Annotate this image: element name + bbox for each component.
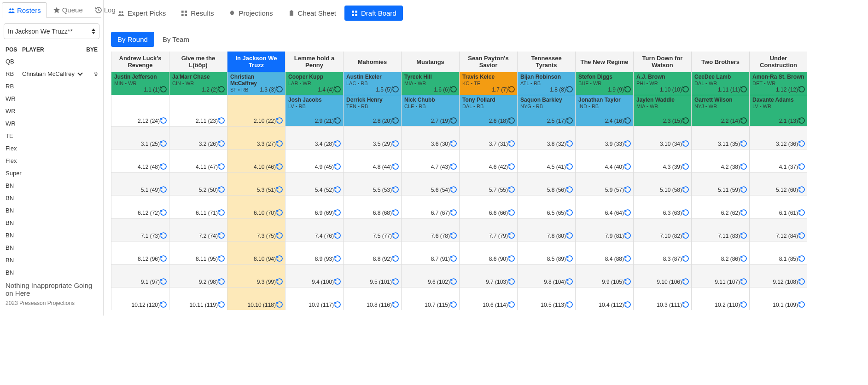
undo-icon[interactable] <box>740 186 747 193</box>
draft-cell[interactable]: 7.1 (73) <box>111 218 169 241</box>
team-header[interactable]: The New Regime <box>575 52 633 72</box>
undo-icon[interactable] <box>508 301 515 308</box>
draft-cell[interactable]: 6.11 (71) <box>169 195 227 218</box>
draft-cell[interactable]: 9.12 (108) <box>749 264 807 287</box>
draft-cell[interactable]: 2.12 (24) <box>111 95 169 126</box>
undo-icon[interactable] <box>798 301 805 308</box>
draft-cell[interactable]: 6.2 (62) <box>691 195 749 218</box>
undo-icon[interactable] <box>218 301 225 308</box>
undo-icon[interactable] <box>624 117 631 124</box>
undo-icon[interactable] <box>798 232 805 239</box>
draft-cell[interactable]: 10.9 (117) <box>285 287 343 310</box>
undo-icon[interactable] <box>624 140 631 147</box>
draft-cell[interactable]: 6.12 (72) <box>111 195 169 218</box>
nav-expert-picks[interactable]: Expert Picks <box>111 6 172 21</box>
undo-icon[interactable] <box>276 232 283 239</box>
draft-cell[interactable]: 3.7 (31) <box>459 126 517 149</box>
undo-icon[interactable] <box>682 86 689 93</box>
draft-cell[interactable]: 3.3 (27) <box>227 126 285 149</box>
team-header[interactable]: In Jackson We Truzz <box>227 52 285 72</box>
draft-cell[interactable]: 3.4 (28) <box>285 126 343 149</box>
undo-icon[interactable] <box>624 232 631 239</box>
undo-icon[interactable] <box>392 232 399 239</box>
undo-icon[interactable] <box>392 301 399 308</box>
draft-cell[interactable]: 4.2 (38) <box>691 149 749 172</box>
toggle-by-round[interactable]: By Round <box>111 32 154 47</box>
undo-icon[interactable] <box>566 232 573 239</box>
undo-icon[interactable] <box>508 163 515 170</box>
undo-icon[interactable] <box>566 278 573 285</box>
draft-cell[interactable]: 5.3 (51) <box>227 172 285 195</box>
draft-cell[interactable]: 3.5 (29) <box>343 126 401 149</box>
draft-cell[interactable]: 10.3 (111) <box>633 287 691 310</box>
draft-cell[interactable]: 9.5 (101) <box>343 264 401 287</box>
undo-icon[interactable] <box>218 186 225 193</box>
draft-cell[interactable]: Amon-Ra St. BrownDET • WR1.12 (12) <box>749 72 807 95</box>
undo-icon[interactable] <box>334 301 341 308</box>
undo-icon[interactable] <box>160 209 167 216</box>
draft-cell[interactable]: 3.8 (32) <box>517 126 575 149</box>
undo-icon[interactable] <box>508 186 515 193</box>
undo-icon[interactable] <box>798 86 805 93</box>
draft-cell[interactable]: 5.12 (60) <box>749 172 807 195</box>
undo-icon[interactable] <box>450 301 457 308</box>
draft-cell[interactable]: 7.11 (83) <box>691 218 749 241</box>
undo-icon[interactable] <box>160 301 167 308</box>
roster-player[interactable]: Christian McCaffrey <box>22 70 84 77</box>
draft-cell[interactable]: Davante AdamsLV • WR2.1 (13) <box>749 95 807 126</box>
undo-icon[interactable] <box>682 255 689 262</box>
draft-cell[interactable]: 2.11 (23) <box>169 95 227 126</box>
draft-cell[interactable]: 8.10 (94) <box>227 241 285 264</box>
undo-icon[interactable] <box>450 232 457 239</box>
undo-icon[interactable] <box>392 255 399 262</box>
team-header[interactable]: Sean Payton's Savior <box>459 52 517 72</box>
undo-icon[interactable] <box>218 140 225 147</box>
undo-icon[interactable] <box>334 86 341 93</box>
undo-icon[interactable] <box>798 255 805 262</box>
undo-icon[interactable] <box>276 255 283 262</box>
undo-icon[interactable] <box>334 163 341 170</box>
draft-cell[interactable]: 3.12 (36) <box>749 126 807 149</box>
undo-icon[interactable] <box>392 86 399 93</box>
undo-icon[interactable] <box>798 117 805 124</box>
undo-icon[interactable] <box>392 117 399 124</box>
undo-icon[interactable] <box>740 278 747 285</box>
undo-icon[interactable] <box>624 301 631 308</box>
undo-icon[interactable] <box>508 255 515 262</box>
undo-icon[interactable] <box>334 117 341 124</box>
draft-cell[interactable]: 7.8 (80) <box>517 218 575 241</box>
undo-icon[interactable] <box>508 209 515 216</box>
draft-cell[interactable]: 5.6 (54) <box>401 172 459 195</box>
undo-icon[interactable] <box>160 140 167 147</box>
undo-icon[interactable] <box>218 163 225 170</box>
draft-cell[interactable]: Saquon BarkleyNYG • RB2.5 (17) <box>517 95 575 126</box>
draft-cell[interactable]: 3.9 (33) <box>575 126 633 149</box>
draft-cell[interactable]: 9.8 (104) <box>517 264 575 287</box>
undo-icon[interactable] <box>798 163 805 170</box>
undo-icon[interactable] <box>450 186 457 193</box>
draft-cell[interactable]: 10.5 (113) <box>517 287 575 310</box>
draft-cell[interactable]: Derrick HenryTEN • RB2.8 (20) <box>343 95 401 126</box>
undo-icon[interactable] <box>392 140 399 147</box>
undo-icon[interactable] <box>334 140 341 147</box>
sidebar-tab-queue[interactable]: Queue <box>47 2 89 17</box>
undo-icon[interactable] <box>682 186 689 193</box>
undo-icon[interactable] <box>334 232 341 239</box>
draft-cell[interactable]: 6.10 (70) <box>227 195 285 218</box>
undo-icon[interactable] <box>740 86 747 93</box>
draft-cell[interactable]: Tyreek HillMIA • WR1.6 (6) <box>401 72 459 95</box>
undo-icon[interactable] <box>682 209 689 216</box>
draft-cell[interactable]: 5.5 (53) <box>343 172 401 195</box>
team-header[interactable]: Turn Down for Watson <box>633 52 691 72</box>
draft-cell[interactable]: 9.6 (102) <box>401 264 459 287</box>
draft-cell[interactable]: 9.3 (99) <box>227 264 285 287</box>
draft-cell[interactable]: 5.10 (58) <box>633 172 691 195</box>
draft-cell[interactable]: 8.9 (93) <box>285 241 343 264</box>
draft-cell[interactable]: 8.4 (88) <box>575 241 633 264</box>
draft-cell[interactable]: 5.9 (57) <box>575 172 633 195</box>
draft-cell[interactable]: 7.10 (82) <box>633 218 691 241</box>
draft-cell[interactable]: Tony PollardDAL • RB2.6 (18) <box>459 95 517 126</box>
draft-cell[interactable]: 5.2 (50) <box>169 172 227 195</box>
draft-cell[interactable]: 9.1 (97) <box>111 264 169 287</box>
draft-cell[interactable]: 4.11 (47) <box>169 149 227 172</box>
